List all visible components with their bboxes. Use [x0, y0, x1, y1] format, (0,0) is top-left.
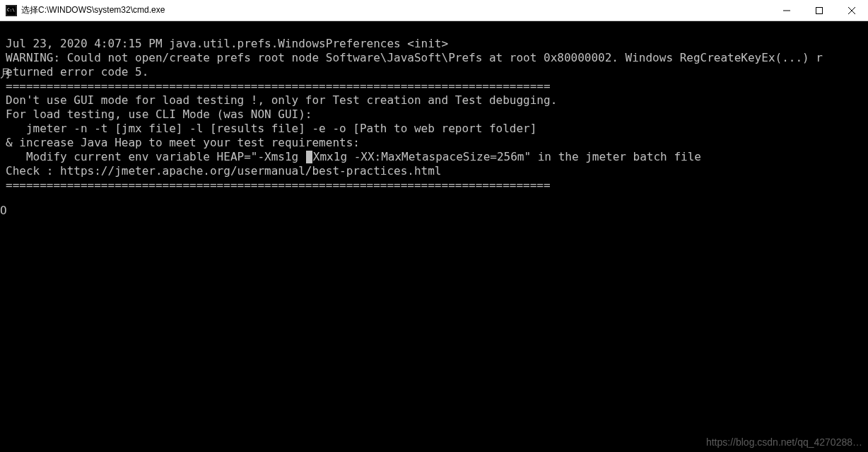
window-controls [770, 0, 868, 21]
separator-line: ========================================… [6, 178, 551, 192]
log-line: Jul 23, 2020 4:07:15 PM java.util.prefs.… [6, 37, 448, 50]
edge-artifact: 月 [0, 66, 11, 81]
cmd-icon: C:\ [6, 5, 17, 16]
text-cursor [306, 151, 312, 163]
log-line: For load testing, use CLI Mode (was NON … [6, 108, 312, 121]
log-line: WARNING: Could not open/create prefs roo… [6, 51, 823, 64]
maximize-button[interactable] [803, 0, 835, 21]
svg-rect-4 [816, 7, 823, 13]
close-button[interactable] [835, 0, 868, 21]
edge-artifact: O [0, 204, 7, 218]
terminal-output[interactable]: Jul 23, 2020 4:07:15 PM java.util.prefs.… [0, 21, 868, 452]
log-line: Check : https://jmeter.apache.org/userma… [6, 164, 442, 178]
log-line-with-cursor: Modify current env variable HEAP="-Xms1g… [6, 150, 701, 163]
log-line: Don't use GUI mode for load testing !, o… [6, 93, 557, 107]
log-line: jmeter -n -t [jmx file] -l [results file… [6, 122, 536, 135]
svg-text:C:\: C:\ [7, 7, 15, 12]
separator-line: ========================================… [6, 79, 551, 93]
log-line: eturned error code 5. [6, 65, 148, 79]
watermark-text: https://blog.csdn.net/qq_4270288… [706, 436, 862, 448]
window-title: 选择C:\WINDOWS\system32\cmd.exe [21, 4, 770, 16]
window-titlebar: C:\ 选择C:\WINDOWS\system32\cmd.exe [0, 0, 868, 21]
log-line: & increase Java Heap to meet your test r… [6, 136, 360, 149]
minimize-button[interactable] [770, 0, 803, 21]
